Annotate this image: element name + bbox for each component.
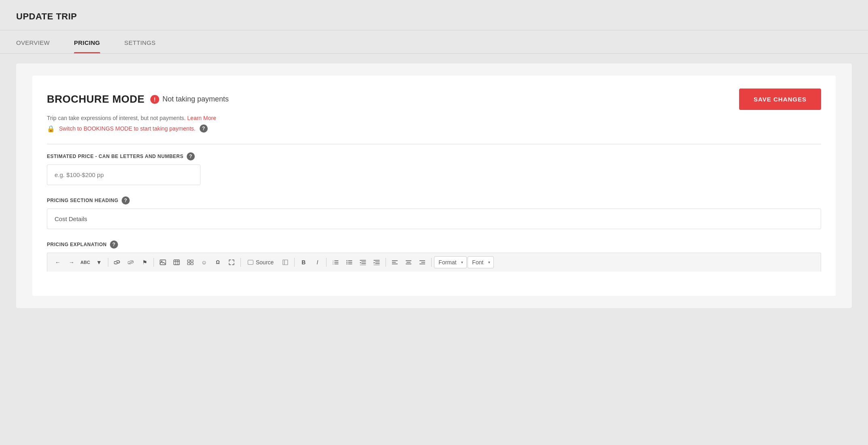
svg-point-19 [347,264,348,264]
ordered-list-button[interactable]: 1 2 3 [329,256,342,268]
brochure-description: Trip can take expressions of interest, b… [47,115,821,121]
image-button[interactable] [156,256,169,268]
svg-point-18 [347,262,348,263]
tab-overview[interactable]: OVERVIEW [16,30,50,53]
page-header: UPDATE TRIP [0,0,868,30]
svg-rect-6 [188,260,190,262]
estimated-price-section: ESTIMATED PRICE - CAN BE LETTERS AND NUM… [47,152,821,185]
separator-1 [108,258,108,267]
pricing-heading-input[interactable] [47,209,821,229]
source-button[interactable]: Source [243,256,278,268]
pricing-explanation-section: PRICING EXPLANATION ? ← → ABC ▼ [47,240,821,272]
editor-toolbar: ← → ABC ▼ [47,253,821,272]
tab-pricing[interactable]: PRICING [74,30,100,53]
svg-rect-2 [174,260,179,265]
inner-card: BROCHURE MODE ! Not taking payments SAVE… [32,76,836,296]
brochure-status: ! Not taking payments [150,95,229,104]
svg-rect-7 [191,260,193,262]
svg-rect-8 [188,263,190,265]
special-chars-button[interactable]: Ω [211,256,224,268]
bold-button[interactable]: B [297,256,310,268]
grid-button[interactable] [184,256,197,268]
content-card: BROCHURE MODE ! Not taking payments SAVE… [16,63,852,308]
estimated-price-input[interactable] [47,165,200,185]
pricing-explanation-label: PRICING EXPLANATION ? [47,240,821,249]
italic-button[interactable]: I [311,256,324,268]
redo-button[interactable]: → [65,256,78,268]
svg-rect-0 [160,260,166,265]
tab-settings[interactable]: SETTINGS [124,30,156,53]
separator-7 [431,258,432,267]
svg-rect-9 [191,263,193,265]
emoji-button[interactable]: ☺ [198,256,211,268]
unordered-list-button[interactable] [343,256,356,268]
separator-6 [386,258,386,267]
align-left-button[interactable] [388,256,401,268]
spellcheck-dropdown[interactable]: ▼ [93,256,105,268]
svg-text:3: 3 [333,263,334,265]
spellcheck-button[interactable]: ABC [79,256,92,268]
estimated-price-help-icon[interactable]: ? [187,152,195,160]
table-button[interactable] [170,256,183,268]
pricing-heading-help-icon[interactable]: ? [122,196,130,205]
tabs-bar: OVERVIEW PRICING SETTINGS [0,30,868,54]
brochure-title-group: BROCHURE MODE ! Not taking payments [47,93,229,105]
brochure-status-text: Not taking payments [162,95,229,103]
anchor-button[interactable]: ⚑ [138,256,151,268]
learn-more-link[interactable]: Learn More [187,115,216,121]
switch-mode-help-icon[interactable]: ? [200,124,208,133]
format-dropdown-wrapper: Format [434,256,467,268]
brochure-mode-title: BROCHURE MODE [47,93,145,105]
pricing-explanation-help-icon[interactable]: ? [110,240,118,249]
outdent-button[interactable] [356,256,369,268]
pricing-heading-section: PRICING SECTION HEADING ? [47,196,821,229]
undo-button[interactable]: ← [51,256,64,268]
estimated-price-label: ESTIMATED PRICE - CAN BE LETTERS AND NUM… [47,152,821,160]
svg-rect-10 [248,260,253,265]
pricing-heading-label: PRICING SECTION HEADING ? [47,196,821,205]
font-dropdown-wrapper: Font [468,256,494,268]
main-content: BROCHURE MODE ! Not taking payments SAVE… [0,54,868,318]
divider-1 [47,144,821,144]
indent-button[interactable] [370,256,383,268]
maximize-button[interactable] [225,256,238,268]
unlink-button[interactable] [124,256,137,268]
alert-icon: ! [150,95,159,104]
switch-mode-link[interactable]: Switch to BOOKINGS MODE to start taking … [59,125,196,132]
align-right-button[interactable] [416,256,429,268]
svg-point-17 [347,260,348,261]
separator-3 [240,258,241,267]
format-dropdown[interactable]: Format [434,256,467,268]
switch-mode-row: 🔒 Switch to BOOKINGS MODE to start takin… [47,124,821,133]
template-button[interactable] [279,256,292,268]
separator-2 [154,258,154,267]
separator-5 [326,258,327,267]
brochure-header: BROCHURE MODE ! Not taking payments SAVE… [47,89,821,110]
separator-4 [294,258,295,267]
save-changes-button[interactable]: SAVE CHANGES [739,89,821,110]
page-title: UPDATE TRIP [16,11,852,22]
align-center-button[interactable] [402,256,415,268]
lock-icon: 🔒 [47,125,55,133]
font-dropdown[interactable]: Font [468,256,494,268]
link-button[interactable] [111,256,124,268]
